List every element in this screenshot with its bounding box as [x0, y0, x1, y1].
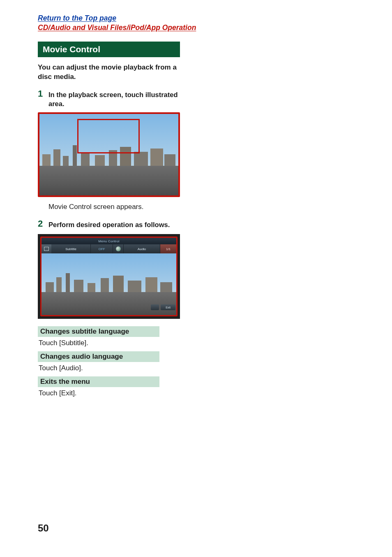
section-title: Movie Control — [43, 44, 100, 54]
svg-rect-1 — [44, 247, 48, 251]
operation-heading: Changes subtitle language — [38, 326, 159, 337]
step-instruction: Perform desired operation as follows. — [48, 219, 170, 229]
operation-body: Touch [Audio]. — [38, 362, 159, 376]
step-number: 1 — [38, 89, 45, 109]
exit-button[interactable]: Exit — [161, 304, 175, 310]
operation-heading: Exits the menu — [38, 376, 159, 387]
menu-title: Menu Control — [98, 239, 120, 243]
touch-hotspot[interactable] — [77, 119, 140, 153]
step-instruction: In the playback screen, touch illustrate… — [48, 89, 186, 109]
page-indicator: 1/1 — [160, 244, 176, 253]
step-caption: Movie Control screen appears. — [48, 203, 392, 211]
disc-icon[interactable] — [113, 244, 123, 253]
play-mode-icon[interactable] — [42, 244, 51, 253]
operation-body: Touch [Exit]. — [38, 387, 159, 402]
return-top-link[interactable]: Return to the Top page — [38, 14, 392, 23]
operation-body: Touch [Subtitle]. — [38, 337, 159, 351]
operation-heading: Changes audio language — [38, 351, 159, 362]
intro-text: You can adjust the movie playback from a… — [38, 63, 180, 82]
section-title-bar: Movie Control — [38, 42, 180, 57]
subtitle-button[interactable]: Subtitle — [51, 244, 90, 253]
menu-title-bar: Menu Control — [42, 238, 176, 244]
page-number: 50 — [38, 522, 49, 534]
menu-button-row: Subtitle OFF Audio 1/1 — [42, 244, 176, 253]
section-breadcrumb-link[interactable]: CD/Audio and Visual Files/iPod/App Opera… — [38, 23, 392, 32]
road-area — [39, 166, 178, 195]
manual-page: Return to the Top page CD/Audio and Visu… — [0, 0, 392, 557]
operations-list: Changes subtitle language Touch [Subtitl… — [38, 326, 159, 402]
tool-button[interactable] — [151, 304, 159, 310]
highlight-border: Menu Control Subtitle OFF Audio 1/1 — [40, 237, 178, 316]
step-2: 2 Perform desired operation as follows. — [38, 219, 186, 229]
menu-control-screenshot: Menu Control Subtitle OFF Audio 1/1 — [38, 234, 180, 319]
header-links: Return to the Top page CD/Audio and Visu… — [38, 14, 392, 32]
subtitle-state[interactable]: OFF — [90, 244, 113, 253]
scene-preview: Exit — [42, 253, 176, 315]
audio-button[interactable]: Audio — [123, 244, 160, 253]
step-number: 2 — [38, 219, 45, 229]
playback-screenshot — [38, 112, 180, 197]
step-1: 1 In the playback screen, touch illustra… — [38, 89, 186, 109]
